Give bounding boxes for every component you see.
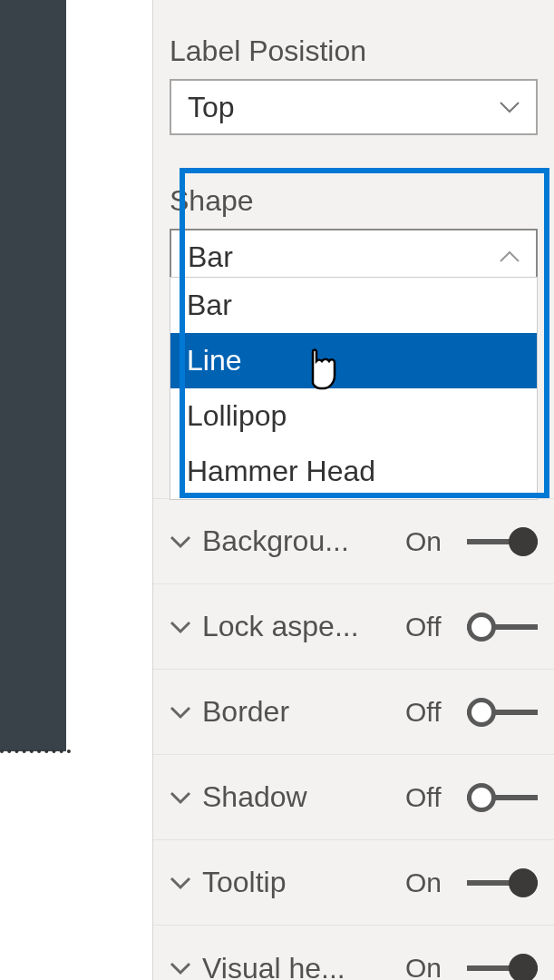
lock-aspect-row[interactable]: Lock aspe... Off <box>153 584 554 670</box>
background-row[interactable]: Backgrou... On <box>153 499 554 584</box>
shape-section: Shape Bar Bar Line Lollipop Hammer Head <box>153 172 554 285</box>
tooltip-state: On <box>405 867 456 898</box>
background-state: On <box>405 526 456 557</box>
toggle-section: Backgrou... On Lock aspe... Off Border O… <box>153 498 554 980</box>
label-position-value: Top <box>188 91 235 124</box>
visual-header-label: Visual he... <box>202 952 394 981</box>
visual-header-toggle[interactable] <box>467 956 538 980</box>
tooltip-toggle[interactable] <box>467 870 538 896</box>
selection-border <box>0 750 71 753</box>
background-label: Backgrou... <box>202 524 394 558</box>
label-position-section: Label Posistion Top <box>153 0 554 135</box>
toggle-knob <box>509 527 538 556</box>
shadow-row[interactable]: Shadow Off <box>153 755 554 840</box>
canvas-white <box>68 0 152 980</box>
shape-dropdown-list: Bar Line Lollipop Hammer Head <box>170 277 538 500</box>
shape-option-hammer-head[interactable]: Hammer Head <box>170 444 537 499</box>
shape-option-bar[interactable]: Bar <box>170 278 537 333</box>
toggle-knob <box>509 954 538 980</box>
shape-value: Bar <box>188 240 233 274</box>
canvas-area <box>0 0 152 980</box>
border-toggle[interactable] <box>467 700 538 725</box>
label-position-select[interactable]: Top <box>170 79 538 135</box>
border-row[interactable]: Border Off <box>153 670 554 755</box>
chevron-up-icon <box>500 250 520 263</box>
visual-header-row[interactable]: Visual he... On <box>153 926 554 980</box>
chevron-down-icon <box>170 705 191 720</box>
background-toggle[interactable] <box>467 529 538 554</box>
tooltip-label: Tooltip <box>202 866 394 899</box>
shadow-toggle[interactable] <box>467 785 538 810</box>
border-state: Off <box>405 697 456 728</box>
lock-aspect-toggle[interactable] <box>467 614 538 640</box>
shape-option-lollipop[interactable]: Lollipop <box>170 388 537 444</box>
chevron-down-icon <box>170 534 191 549</box>
toggle-knob <box>467 612 496 642</box>
chevron-down-icon <box>500 101 520 113</box>
border-label: Border <box>202 695 394 729</box>
toggle-knob <box>509 868 538 897</box>
chevron-down-icon <box>170 961 191 975</box>
visual-header-state: On <box>405 953 456 980</box>
label-position-label: Label Posistion <box>170 34 538 68</box>
canvas-visual <box>0 0 68 751</box>
shadow-state: Off <box>405 782 456 813</box>
tooltip-row[interactable]: Tooltip On <box>153 840 554 926</box>
chevron-down-icon <box>170 620 191 634</box>
shape-option-line[interactable]: Line <box>170 333 537 388</box>
chevron-down-icon <box>170 790 191 805</box>
chevron-down-icon <box>170 876 191 890</box>
toggle-knob <box>467 698 496 727</box>
lock-aspect-state: Off <box>405 612 456 642</box>
lock-aspect-label: Lock aspe... <box>202 610 394 643</box>
shape-label: Shape <box>170 184 538 218</box>
toggle-knob <box>467 783 496 812</box>
shadow-label: Shadow <box>202 780 394 814</box>
format-panel: Label Posistion Top Shape Bar Bar Line L… <box>152 0 554 980</box>
